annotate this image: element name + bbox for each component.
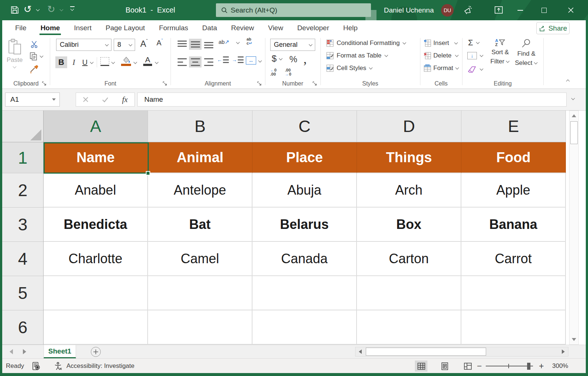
cell-E4[interactable]: Carrot: [461, 242, 566, 276]
cell-C2[interactable]: Abuja: [252, 173, 357, 208]
format-as-table-button[interactable]: Format as Table: [326, 52, 388, 59]
horizontal-scrollbar[interactable]: [355, 347, 568, 356]
clipboard-dialog-launcher-icon[interactable]: [42, 81, 47, 86]
quick-access-toolbar-icon[interactable]: [70, 6, 75, 11]
clear-button[interactable]: [467, 65, 484, 73]
cell-A3[interactable]: Benedicta: [44, 208, 148, 242]
tab-help[interactable]: Help: [336, 20, 365, 36]
orientation-button[interactable]: ab↗: [219, 39, 229, 45]
alignment-dialog-launcher-icon[interactable]: [257, 81, 262, 86]
align-center-button[interactable]: [189, 56, 202, 67]
cell-B5[interactable]: [148, 276, 252, 310]
scroll-down-button[interactable]: [570, 335, 578, 344]
align-right-button[interactable]: [202, 56, 215, 67]
tab-formulas[interactable]: Formulas: [152, 20, 195, 36]
comma-style-button[interactable]: ,: [303, 51, 307, 67]
page-break-preview-button[interactable]: [461, 361, 474, 372]
redo-icon[interactable]: ↻: [47, 4, 55, 15]
font-dialog-launcher-icon[interactable]: [163, 81, 168, 86]
cell-D5[interactable]: [357, 276, 461, 310]
align-left-button[interactable]: [176, 56, 188, 67]
bottom-align-button[interactable]: [202, 39, 215, 50]
undo-dropdown-icon[interactable]: [36, 8, 40, 12]
decrease-font-size-button[interactable]: Aˇ: [157, 39, 163, 47]
save-icon[interactable]: [10, 6, 19, 14]
cell-D1[interactable]: Things: [357, 142, 461, 173]
currency-dropdown-icon[interactable]: [279, 57, 283, 61]
middle-align-button[interactable]: [189, 39, 202, 50]
column-header-D[interactable]: D: [357, 111, 461, 142]
cell-A1[interactable]: Name: [44, 142, 148, 173]
format-cells-button[interactable]: Format: [424, 65, 459, 72]
page-layout-view-button[interactable]: [439, 361, 451, 372]
scroll-up-button[interactable]: [570, 111, 578, 121]
select-all-corner[interactable]: [2, 111, 44, 142]
zoom-slider-handle[interactable]: [527, 363, 530, 370]
orientation-dropdown-icon[interactable]: [236, 41, 240, 45]
conditional-formatting-button[interactable]: Conditional Formatting: [326, 39, 406, 47]
zoom-in-button[interactable]: +: [539, 359, 544, 373]
cell-E2[interactable]: Apple: [461, 173, 566, 208]
cell-A6[interactable]: [44, 310, 148, 345]
user-name[interactable]: Daniel Uchenna: [384, 0, 434, 20]
bold-button[interactable]: B: [55, 56, 67, 68]
cell-D6[interactable]: [357, 310, 461, 345]
increase-font-size-button[interactable]: Aˆ: [140, 39, 148, 49]
copy-button[interactable]: [30, 52, 44, 61]
decrease-indent-button[interactable]: ←: [217, 56, 229, 63]
font-color-button[interactable]: A: [143, 56, 152, 66]
vertical-scrollbar[interactable]: [569, 111, 579, 345]
font-name-select[interactable]: Calibri: [56, 39, 111, 51]
row-header-3[interactable]: 3: [2, 208, 44, 242]
name-box[interactable]: A1: [5, 93, 60, 107]
cell-B3[interactable]: Bat: [148, 208, 252, 242]
cancel-icon[interactable]: [83, 97, 89, 102]
horizontal-scroll-thumb[interactable]: [366, 348, 486, 356]
paste-button[interactable]: Paste: [7, 39, 23, 69]
cell-B6[interactable]: [148, 310, 252, 345]
tab-home[interactable]: Home: [34, 20, 67, 36]
vertical-scroll-thumb[interactable]: [570, 121, 578, 144]
row-header-1[interactable]: 1: [2, 142, 44, 173]
delete-cells-button[interactable]: Delete: [424, 52, 459, 59]
scroll-right-button[interactable]: [558, 347, 568, 356]
borders-button[interactable]: [100, 57, 109, 66]
fill-color-button[interactable]: [121, 56, 131, 66]
cell-E3[interactable]: Banana: [461, 208, 566, 242]
sheet-tab-sheet1[interactable]: Sheet1: [44, 345, 76, 359]
increase-decimal-button[interactable]: ←0.00: [270, 68, 276, 76]
italic-button[interactable]: I: [69, 56, 79, 68]
merge-center-button[interactable]: ↔: [246, 56, 256, 65]
scroll-left-button[interactable]: [355, 347, 365, 356]
cell-styles-button[interactable]: Cell Styles: [326, 65, 373, 72]
insert-cells-button[interactable]: Insert: [424, 39, 458, 47]
ribbon-display-options-icon[interactable]: [495, 6, 503, 14]
underline-dropdown-icon[interactable]: [90, 61, 94, 65]
next-sheet-button[interactable]: [23, 349, 26, 354]
tab-view[interactable]: View: [261, 20, 290, 36]
tab-developer[interactable]: Developer: [290, 20, 336, 36]
column-header-A[interactable]: A: [44, 111, 148, 142]
name-box-dropdown-icon[interactable]: [52, 98, 56, 101]
cell-D3[interactable]: Box: [357, 208, 461, 242]
autosum-button[interactable]: Σ: [468, 38, 480, 48]
font-size-select[interactable]: 8: [114, 39, 135, 51]
cell-B1[interactable]: Animal: [148, 142, 252, 173]
cell-B2[interactable]: Antelope: [148, 173, 252, 208]
cell-C1[interactable]: Place: [252, 142, 357, 173]
wrap-text-button[interactable]: abc↵: [247, 37, 252, 45]
tab-file[interactable]: File: [8, 20, 34, 36]
share-button[interactable]: Share: [536, 22, 570, 34]
underline-button[interactable]: U: [80, 56, 90, 68]
zoom-slider-track[interactable]: [486, 366, 533, 366]
cell-C3[interactable]: Belarus: [252, 208, 357, 242]
zoom-out-button[interactable]: −: [477, 359, 482, 373]
new-sheet-button[interactable]: [91, 347, 101, 357]
currency-button[interactable]: $: [272, 53, 276, 64]
sort-filter-button[interactable]: AZ Sort & Filter: [489, 39, 512, 65]
close-button[interactable]: [562, 0, 580, 20]
enter-check-icon[interactable]: [102, 97, 109, 102]
row-header-2[interactable]: 2: [2, 173, 44, 208]
redo-dropdown-icon[interactable]: [60, 8, 63, 12]
tab-data[interactable]: Data: [195, 20, 224, 36]
